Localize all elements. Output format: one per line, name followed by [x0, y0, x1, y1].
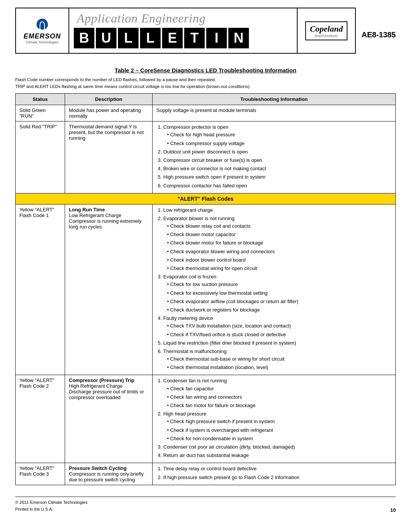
trouble-sub-item: Check indoor blower control board [167, 257, 392, 264]
trouble-sub-item: Check evaporator airflow (coil blockages… [167, 298, 392, 305]
bulletin-b: B [74, 28, 94, 48]
trouble-sub-item: Check if TXV/fixed orifice is stuck clos… [167, 331, 392, 338]
table-footnote-1: Flash Code number corresponds to the num… [15, 77, 396, 83]
trouble-item: Outdoor unit power disconnect is open [163, 149, 392, 155]
trouble-sub-item: Check if system is overcharged with refr… [167, 427, 392, 434]
trouble-cell: Supply voltage is present at module term… [153, 105, 396, 121]
table-row: Yellow "ALERT" Flash Code 2 Compressor (… [16, 375, 396, 463]
trouble-sub-item: Check fan motor for failure or blockage [167, 402, 392, 409]
desc-cell: Compressor (Pressure) Trip High Refriger… [65, 375, 153, 463]
col-header-trouble: Troubleshooting Information [153, 94, 396, 105]
table-row: Solid Green "RUN" Module has power and o… [16, 105, 396, 121]
trouble-item: Evaporator coil is frozen Check for low … [163, 273, 392, 313]
trouble-item: Return air duct has substantial leakage [163, 452, 392, 459]
table-title-section: Table 2 – CoreSense Diagnostics LED Trou… [15, 67, 396, 73]
table-row: Solid Red "TRIP" Thermostat demand signa… [16, 121, 396, 193]
trouble-sub-item: Check fan capacitor [167, 385, 392, 392]
bulletin-e: E [162, 28, 183, 48]
alert-header-cell: "ALERT" Flash Codes [16, 193, 396, 204]
page-footer: © 2011 Emerson Climate Technologies Prin… [15, 497, 396, 513]
app-engineering-title: Application Engineering [69, 8, 297, 26]
table-main-title: Table 2 – CoreSense Diagnostics LED Trou… [15, 67, 396, 73]
copeland-name: Copeland [310, 24, 343, 34]
troubleshooting-table: Status Description Troubleshooting Infor… [15, 93, 396, 485]
trouble-item: Compressor contactor has failed open [163, 182, 392, 189]
emerson-icon [35, 17, 50, 32]
copeland-sub: brand products [310, 34, 343, 38]
trouble-item: Broken wire or connector is not making c… [163, 165, 392, 172]
trouble-item: Compressor protector is open Check for h… [163, 124, 392, 147]
desc-cell: Module has power and operating normally [65, 105, 153, 121]
bulletin-word: B U L L E T I N [69, 26, 297, 53]
desc-normal: Compressor is running only briefly due t… [69, 471, 144, 482]
emerson-name: EMERSON [24, 32, 61, 40]
emerson-logo-area: EMERSON Climate Technologies [16, 8, 69, 53]
copeland-brand-area: Copeland brand products [298, 8, 355, 53]
trouble-sub-item: Check fan wiring and connectors [167, 394, 392, 401]
header-title-area: Application Engineering B U L L E T I N [69, 8, 298, 53]
footer-copyright: © 2011 Emerson Climate Technologies [15, 499, 88, 506]
desc-bold: Pressure Switch Cycling [69, 465, 127, 471]
ae-number: AE8-1385 [362, 30, 396, 39]
trouble-cell: Time delay relay or control board defect… [153, 463, 396, 485]
table-footnote-2: TRIP and ALERT LEDs flashing at same tim… [15, 83, 396, 89]
table-row: Yellow "ALERT" Flash Code 3 Pressure Swi… [16, 463, 396, 485]
col-header-desc: Description [65, 94, 153, 105]
trouble-sub-item: Check blower motor for failure or blocka… [167, 240, 392, 246]
trouble-sub-item: Check blower relay coil and contacts [167, 223, 392, 230]
trouble-sub-item: Check TXV bulb installation (size, locat… [167, 323, 392, 329]
trouble-sub-item: Check thermostat sub-base or wiring for … [167, 356, 392, 363]
footer-left: © 2011 Emerson Climate Technologies Prin… [15, 499, 88, 513]
bulletin-l1: L [118, 28, 139, 48]
desc-cell: Thermostat demand signal Y is present, b… [65, 121, 153, 193]
trouble-sub-item: Check for low suction pressure [167, 281, 392, 288]
desc-normal: High Refrigerant Charge Discharge pressu… [69, 383, 144, 400]
page-header: EMERSON Climate Technologies Application… [15, 8, 356, 54]
bulletin-l2: L [140, 28, 161, 48]
bulletin-t: T [184, 28, 205, 48]
footer-printed: Printed in the U.S.A. [15, 506, 88, 513]
trouble-sub-item: Check thermostat wiring for open circuit [167, 265, 392, 272]
desc-cell: Pressure Switch Cycling Compressor is ru… [65, 463, 153, 485]
col-header-status: Status [16, 94, 65, 105]
status-cell: Yellow "ALERT" Flash Code 2 [16, 375, 65, 463]
trouble-sub-item: Check thermostat installation (location,… [167, 364, 392, 371]
desc-bold: Compressor (Pressure) Trip [69, 377, 134, 383]
trouble-item: Liquid line restriction (filter drier bl… [163, 340, 392, 347]
trouble-item: If high pressure switch present go to Fl… [163, 474, 392, 481]
bulletin-u: U [96, 28, 116, 48]
table-header-row: Status Description Troubleshooting Infor… [16, 94, 396, 105]
trouble-sub-item: Check ductwork or registers for blockage [167, 307, 392, 313]
trouble-item: Evaporator blower is not running Check b… [163, 215, 392, 272]
trouble-item: High head pressure Check high pressure s… [163, 411, 392, 442]
alert-header-row: "ALERT" Flash Codes [16, 193, 396, 204]
emerson-subtitle: Climate Technologies [26, 40, 58, 44]
table-row: Yellow "ALERT" Flash Code 1 Long Run Tim… [16, 204, 396, 375]
trouble-item: Faulty metering device Check TXV bulb in… [163, 315, 392, 338]
trouble-item: Condenser fan is not running Check fan c… [163, 377, 392, 409]
trouble-cell: Compressor protector is open Check for h… [153, 121, 396, 193]
bulletin-i: I [206, 28, 227, 48]
trouble-sub-item: Check for excessively low thermostat set… [167, 290, 392, 297]
trouble-sub-item: Check compressor supply voltage [167, 140, 392, 147]
status-cell: Solid Red "TRIP" [16, 121, 65, 193]
desc-bold: Long Run Time [69, 207, 105, 212]
desc-normal: Low Refrigerant Charge Compressor is run… [69, 212, 142, 230]
status-cell: Yellow "ALERT" Flash Code 3 [16, 463, 65, 485]
trouble-item: Time delay relay or control board defect… [163, 465, 392, 472]
trouble-item: High pressure switch open if present in … [163, 174, 392, 181]
trouble-sub-item: Check evaporator blower wiring and conne… [167, 248, 392, 255]
footer-page-number: 10 [390, 507, 396, 513]
trouble-item: Compressor circuit breaker or fuse(s) is… [163, 157, 392, 164]
bulletin-n: N [228, 28, 249, 48]
trouble-item: Thermostat is malfunctioning Check therm… [163, 348, 392, 371]
trouble-sub-item: Check for high head pressure [167, 131, 392, 138]
trouble-cell: Low refrigerant charge Evaporator blower… [153, 204, 396, 375]
status-cell: Yellow "ALERT" Flash Code 1 [16, 204, 65, 375]
trouble-item: Condenser coil poor air circulation (dir… [163, 444, 392, 451]
trouble-item: Low refrigerant charge [163, 207, 392, 214]
trouble-cell: Condenser fan is not running Check fan c… [153, 375, 396, 463]
status-cell: Solid Green "RUN" [16, 105, 65, 121]
trouble-sub-item: Check blower motor capacitor [167, 231, 392, 238]
desc-cell: Long Run Time Low Refrigerant Charge Com… [65, 204, 153, 375]
